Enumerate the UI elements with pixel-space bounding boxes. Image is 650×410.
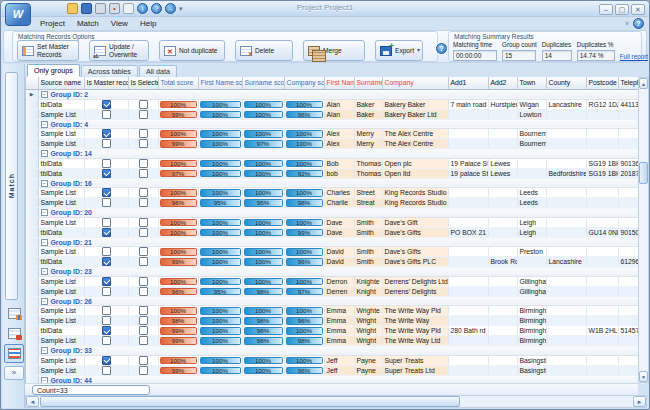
selected-checkbox[interactable] xyxy=(139,287,148,296)
table-row[interactable]: Sample List96%95%95%98%CharlieStreatKing… xyxy=(26,198,638,208)
master-checkbox[interactable] xyxy=(102,100,111,109)
collapse-icon[interactable]: − xyxy=(41,150,48,157)
collapse-icon[interactable]: − xyxy=(41,298,48,305)
table-row[interactable]: Sample List96%95%98%97%DerrenKnightDerre… xyxy=(26,286,638,296)
selected-checkbox[interactable] xyxy=(139,366,148,375)
set-master-records-button[interactable]: Set Master Records xyxy=(17,40,79,61)
match-side-tab[interactable]: Match xyxy=(5,72,18,300)
column-header-company[interactable]: Company xyxy=(382,77,448,89)
master-checkbox[interactable] xyxy=(102,247,111,256)
column-header-total-score[interactable]: Total score xyxy=(158,77,198,89)
scroll-left-icon[interactable]: ◄ xyxy=(26,396,39,407)
selected-checkbox[interactable] xyxy=(139,316,148,325)
application-menu-button[interactable]: W xyxy=(5,3,31,26)
horizontal-scroll-thumb[interactable] xyxy=(40,396,460,407)
group-header-row[interactable]: −Group ID: 16 xyxy=(26,178,638,188)
selected-checkbox[interactable] xyxy=(139,356,148,365)
toolbar-options-chevron-icon[interactable]: ˅ xyxy=(625,20,629,27)
column-header-town[interactable]: Town xyxy=(517,77,546,89)
minimize-icon[interactable]: – xyxy=(599,4,613,15)
selected-checkbox[interactable] xyxy=(139,247,148,256)
master-checkbox[interactable] xyxy=(102,366,111,375)
table-row[interactable]: Sample List99%100%97%100%AlexMerryThe Al… xyxy=(26,139,638,149)
master-checkbox[interactable] xyxy=(102,306,111,315)
master-checkbox[interactable] xyxy=(102,159,111,168)
table-row[interactable]: tblData100%100%100%100%BobThomasOpen plc… xyxy=(26,158,638,168)
close-icon[interactable]: ✕ xyxy=(631,4,645,15)
selected-checkbox[interactable] xyxy=(139,277,148,286)
collapse-icon[interactable]: − xyxy=(41,268,48,275)
not-duplicate-button[interactable]: Not duplicate xyxy=(159,40,225,61)
group-header-row[interactable]: −Group ID: 21 xyxy=(26,237,638,247)
tab-across-tables[interactable]: Across tables xyxy=(81,65,138,77)
selected-checkbox[interactable] xyxy=(139,188,148,197)
dock-collapse-button[interactable]: » xyxy=(4,366,24,380)
match-list-icon-button[interactable] xyxy=(4,344,24,363)
collapse-icon[interactable]: − xyxy=(41,91,48,98)
update-overwrite-button[interactable]: Update / Overwrite xyxy=(89,40,149,61)
table-row[interactable]: Sample List100%100%100%100%DavidSmithDav… xyxy=(26,247,638,257)
column-header-first-name[interactable]: First Name xyxy=(324,77,354,89)
group-header-row[interactable]: −Group ID: 23 xyxy=(26,267,638,277)
menu-view[interactable]: View xyxy=(106,18,133,30)
master-checkbox[interactable] xyxy=(102,110,111,119)
table-row[interactable]: Sample List99%100%100%96%AlanBakerBakery… xyxy=(26,109,638,119)
table-row[interactable]: Sample List100%100%100%100%DaveSmithDave… xyxy=(26,217,638,227)
selected-checkbox[interactable] xyxy=(139,228,148,237)
group-header-row[interactable]: −Group ID: 20 xyxy=(26,208,638,218)
table-row[interactable]: Sample List100%100%100%100%JeffPayneSupe… xyxy=(26,355,638,365)
column-header-source-name[interactable]: Source name xyxy=(38,77,84,89)
menu-help[interactable]: Help xyxy=(135,18,161,30)
master-checkbox[interactable] xyxy=(102,198,111,207)
scroll-up-icon[interactable]: ▲ xyxy=(639,78,648,89)
column-header-telephone[interactable]: Telephone xyxy=(618,77,638,89)
column-header-add2[interactable]: Add2 xyxy=(488,77,517,89)
scroll-right-icon[interactable]: ► xyxy=(633,396,646,407)
master-checkbox[interactable] xyxy=(102,188,111,197)
delete-button[interactable]: Delete xyxy=(235,40,293,61)
maximize-icon[interactable]: ▢ xyxy=(615,4,629,15)
master-checkbox[interactable] xyxy=(102,336,111,345)
help-icon[interactable]: ? xyxy=(633,18,644,29)
collapse-icon[interactable]: − xyxy=(41,209,48,216)
master-checkbox[interactable] xyxy=(102,287,111,296)
table-eraser-icon-button[interactable] xyxy=(4,324,24,343)
collapse-icon[interactable]: − xyxy=(41,180,48,187)
group-header-row[interactable]: ▶−Group ID: 2 xyxy=(26,89,638,99)
table-row[interactable]: Sample List99%100%100%96%JeffPayneSuper … xyxy=(26,365,638,375)
group-header-row[interactable]: −Group ID: 33 xyxy=(26,346,638,356)
selected-checkbox[interactable] xyxy=(139,257,148,266)
selected-checkbox[interactable] xyxy=(139,218,148,227)
merge-button[interactable]: Merge xyxy=(303,40,365,61)
group-header-row[interactable]: −Group ID: 4 xyxy=(26,119,638,129)
column-header-first-name-score[interactable]: First Name score xyxy=(198,77,242,89)
full-report-link[interactable]: Full report xyxy=(620,53,648,60)
selected-checkbox[interactable] xyxy=(139,129,148,138)
table-row[interactable]: tblData99%100%100%96%DavidSmithDave's Gi… xyxy=(26,257,638,267)
scroll-down-icon[interactable]: ▼ xyxy=(639,371,648,382)
column-header-is-master-record[interactable]: Is Master record xyxy=(84,77,128,89)
table-row[interactable]: tblData100%100%100%100%AlanBakerBakery B… xyxy=(26,99,638,109)
column-header-surname-score[interactable]: Surname score xyxy=(242,77,284,89)
selected-checkbox[interactable] xyxy=(139,110,148,119)
column-header-is-selected[interactable]: Is Selected xyxy=(128,77,158,89)
master-checkbox[interactable] xyxy=(102,316,111,325)
vertical-scroll-thumb[interactable] xyxy=(639,162,648,184)
tab-all-data[interactable]: All data xyxy=(139,65,177,77)
group-header-row[interactable]: −Group ID: 44 xyxy=(26,375,638,383)
master-checkbox[interactable] xyxy=(102,356,111,365)
table-row[interactable]: tblData99%100%98%100%EmmaWrightThe Write… xyxy=(26,326,638,336)
table-row[interactable]: tblData100%100%100%99%DaveSmithDave's Gi… xyxy=(26,227,638,237)
collapse-icon[interactable]: − xyxy=(41,239,48,246)
group-header-row[interactable]: −Group ID: 14 xyxy=(26,149,638,159)
group-header-row[interactable]: −Group ID: 26 xyxy=(26,296,638,306)
selected-checkbox[interactable] xyxy=(139,100,148,109)
selected-checkbox[interactable] xyxy=(139,306,148,315)
help-icon[interactable]: ? xyxy=(436,43,447,54)
selected-checkbox[interactable] xyxy=(139,336,148,345)
collapse-icon[interactable]: − xyxy=(41,347,48,354)
horizontal-scrollbar[interactable]: ◄ ► xyxy=(25,395,647,408)
menu-project[interactable]: Project xyxy=(35,18,70,30)
selected-checkbox[interactable] xyxy=(139,159,148,168)
table-chart-icon-button[interactable] xyxy=(4,304,24,323)
